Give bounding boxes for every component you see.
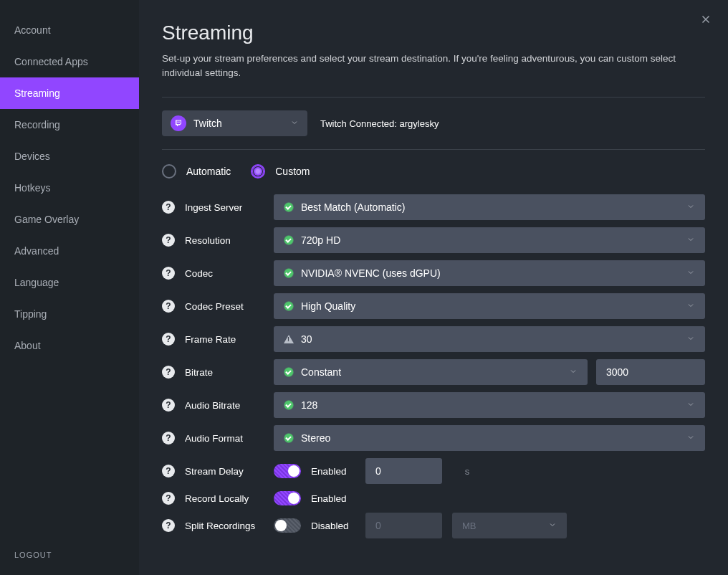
check-icon (284, 235, 294, 245)
select-audio-bitrate[interactable]: 128 (274, 392, 705, 418)
row-preset: ? Codec Preset High Quality (162, 293, 705, 319)
value-ingest: Best Match (Automatic) (301, 201, 686, 213)
sidebar-item-language[interactable]: Language (0, 267, 139, 298)
label-record-locally: Record Locally (185, 493, 264, 504)
input-split-value: 0 (365, 513, 442, 538)
chevron-down-icon (686, 267, 695, 280)
sidebar-item-devices[interactable]: Devices (0, 141, 139, 172)
help-icon[interactable]: ? (162, 333, 175, 346)
toggle-record-locally-label: Enabled (311, 493, 355, 504)
sidebar: Account Connected Apps Streaming Recordi… (0, 0, 139, 575)
radio-automatic-label: Automatic (186, 166, 231, 177)
chevron-down-icon (686, 300, 695, 313)
help-icon[interactable]: ? (162, 366, 175, 379)
label-audio-bitrate: Audio Bitrate (185, 400, 264, 411)
select-framerate[interactable]: 30 (274, 326, 705, 352)
sidebar-item-advanced[interactable]: Advanced (0, 235, 139, 267)
value-audio-format: Stereo (301, 432, 686, 444)
select-preset[interactable]: High Quality (274, 293, 705, 319)
chevron-down-icon (569, 366, 578, 379)
help-icon[interactable]: ? (162, 267, 175, 280)
label-framerate: Frame Rate (185, 334, 264, 345)
sidebar-item-game-overlay[interactable]: Game Overlay (0, 204, 139, 235)
radio-custom[interactable] (251, 164, 265, 179)
connected-status: Twitch Connected: argylesky (320, 118, 439, 129)
check-icon (284, 268, 294, 278)
check-icon (284, 202, 294, 212)
row-record-locally: ? Record Locally Enabled (162, 491, 705, 505)
row-ingest: ? Ingest Server Best Match (Automatic) (162, 194, 705, 220)
toggle-split[interactable] (274, 518, 301, 533)
value-split-unit: MB (462, 521, 548, 531)
toggle-record-locally[interactable] (274, 491, 301, 505)
help-icon[interactable]: ? (162, 399, 175, 412)
logout-button[interactable]: LOGOUT (0, 535, 139, 575)
row-delay: ? Stream Delay Enabled 0 s (162, 458, 705, 484)
value-bitrate-mode: Constant (301, 366, 569, 378)
value-preset: High Quality (301, 300, 686, 312)
page-title: Streaming (162, 22, 705, 44)
row-resolution: ? Resolution 720p HD (162, 227, 705, 253)
chevron-down-icon (686, 333, 695, 346)
sidebar-item-tipping[interactable]: Tipping (0, 298, 139, 330)
sidebar-item-about[interactable]: About (0, 330, 139, 361)
chevron-down-icon (686, 399, 695, 412)
chevron-down-icon (548, 521, 557, 531)
destination-select[interactable]: Twitch (162, 110, 307, 136)
check-icon (284, 400, 294, 410)
label-resolution: Resolution (185, 235, 264, 246)
row-codec: ? Codec NVIDIA® NVENC (uses dGPU) (162, 260, 705, 286)
input-delay-value[interactable]: 0 (365, 458, 442, 484)
select-resolution[interactable]: 720p HD (274, 227, 705, 253)
sidebar-item-connected-apps[interactable]: Connected Apps (0, 46, 139, 77)
main-panel: Streaming Set-up your stream preferences… (139, 0, 728, 575)
check-icon (284, 433, 294, 443)
select-audio-format[interactable]: Stereo (274, 425, 705, 451)
select-ingest[interactable]: Best Match (Automatic) (274, 194, 705, 220)
label-codec: Codec (185, 268, 264, 279)
sidebar-item-streaming[interactable]: Streaming (0, 77, 139, 109)
help-icon[interactable]: ? (162, 300, 175, 313)
label-preset: Codec Preset (185, 301, 264, 312)
check-icon (284, 367, 294, 377)
sidebar-item-account[interactable]: Account (0, 14, 139, 46)
chevron-down-icon (686, 201, 695, 214)
help-icon[interactable]: ? (162, 519, 175, 532)
mode-row: Automatic Custom (162, 150, 705, 194)
sidebar-item-hotkeys[interactable]: Hotkeys (0, 172, 139, 204)
help-icon[interactable]: ? (162, 234, 175, 247)
label-ingest: Ingest Server (185, 202, 264, 213)
value-resolution: 720p HD (301, 234, 686, 246)
chevron-down-icon (290, 117, 299, 130)
check-icon (284, 301, 294, 311)
help-icon[interactable]: ? (162, 432, 175, 445)
label-bitrate: Bitrate (185, 367, 264, 378)
row-audio-bitrate: ? Audio Bitrate 128 (162, 392, 705, 418)
select-bitrate-mode[interactable]: Constant (274, 359, 588, 385)
label-delay: Stream Delay (185, 466, 264, 477)
row-framerate: ? Frame Rate 30 (162, 326, 705, 352)
close-icon[interactable] (699, 13, 714, 27)
help-icon[interactable]: ? (162, 492, 175, 505)
row-split: ? Split Recordings Disabled 0 MB (162, 513, 705, 538)
select-codec[interactable]: NVIDIA® NVENC (uses dGPU) (274, 260, 705, 286)
radio-automatic[interactable] (162, 164, 176, 179)
help-icon[interactable]: ? (162, 201, 175, 214)
chevron-down-icon (686, 432, 695, 445)
toggle-delay-label: Enabled (311, 466, 355, 477)
warning-icon (284, 335, 294, 343)
chevron-down-icon (686, 234, 695, 247)
value-audio-bitrate: 128 (301, 399, 686, 411)
delay-unit: s (452, 458, 482, 484)
label-split: Split Recordings (185, 521, 264, 531)
page-subtitle: Set-up your stream preferences and selec… (162, 52, 705, 80)
toggle-split-label: Disabled (311, 521, 355, 531)
toggle-delay[interactable] (274, 464, 301, 478)
sidebar-item-recording[interactable]: Recording (0, 109, 139, 141)
input-bitrate-value[interactable]: 3000 (596, 359, 705, 385)
destination-row: Twitch Twitch Connected: argylesky (162, 98, 705, 149)
help-icon[interactable]: ? (162, 465, 175, 477)
row-bitrate: ? Bitrate Constant 3000 (162, 359, 705, 385)
label-audio-format: Audio Format (185, 433, 264, 444)
radio-custom-label: Custom (275, 166, 310, 177)
